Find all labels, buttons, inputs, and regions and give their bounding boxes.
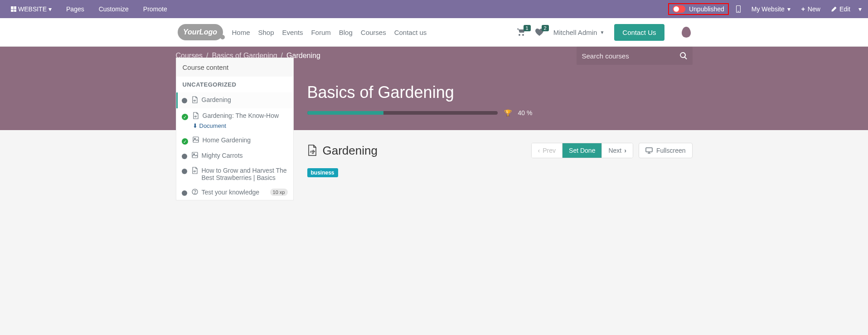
website-label: WEBSITE xyxy=(18,5,47,13)
admin-bar: WEBSITE ▾ Pages Customize Promote Unpubl… xyxy=(0,0,868,18)
user-menu[interactable]: Mitchell Admin ▼ xyxy=(553,29,605,36)
wishlist-button[interactable]: 2 xyxy=(535,29,543,36)
trophy-icon: 🏆 xyxy=(504,109,512,117)
download-icon: ⬇ xyxy=(193,122,198,129)
chevron-left-icon: ‹ xyxy=(538,147,540,154)
publish-label: Unpublished xyxy=(689,5,724,13)
progress-row: 🏆 40 % xyxy=(307,109,693,117)
pages-link[interactable]: Pages xyxy=(59,5,92,13)
sidebar-item-label: How to Grow and Harvest The Best Strawbe… xyxy=(202,167,288,181)
caret-down-icon: ▾ xyxy=(48,5,52,13)
sidebar-item-label: Gardening: The Know-How xyxy=(203,112,279,119)
customize-link[interactable]: Customize xyxy=(92,5,136,13)
caret-down-icon: ▼ xyxy=(600,30,604,35)
lesson-title: Gardening xyxy=(307,144,378,158)
sidebar-item-label: Test your knowledge xyxy=(202,189,260,196)
nav-links: Home Shop Events Forum Blog Courses Cont… xyxy=(232,29,427,36)
svg-rect-4 xyxy=(192,152,198,158)
pdf-icon xyxy=(307,145,317,156)
item-type-icon xyxy=(193,112,199,121)
sidebar-item[interactable]: ✓Gardening: The Know-How⬇Document xyxy=(176,108,293,133)
item-type-icon xyxy=(193,136,199,144)
nav-blog[interactable]: Blog xyxy=(339,29,353,36)
sidebar-header: Course content xyxy=(176,58,293,77)
content-wrap: Course content UNCATEGORIZED Gardening✓G… xyxy=(176,130,693,200)
item-type-icon xyxy=(192,152,198,160)
grid-icon xyxy=(11,6,16,12)
mobile-preview[interactable] xyxy=(731,0,746,18)
nav-events[interactable]: Events xyxy=(282,29,303,36)
logo[interactable]: YourLogo xyxy=(178,24,223,40)
publish-toggle[interactable]: Unpublished xyxy=(668,3,729,15)
main-content: Gardening ‹ Prev Set Done Next › Ful xyxy=(294,130,693,177)
course-title: Basics of Gardening xyxy=(307,83,693,102)
nav-forum[interactable]: Forum xyxy=(311,29,330,36)
next-button[interactable]: Next › xyxy=(602,143,632,158)
status-check-icon: ✓ xyxy=(182,114,188,120)
sidebar-item[interactable]: ✓Home Gardening xyxy=(176,133,293,148)
status-check-icon: ✓ xyxy=(182,138,188,145)
xp-badge: 10 xp xyxy=(270,189,288,196)
nav-button-group: ‹ Prev Set Done Next › xyxy=(531,143,633,158)
course-sidebar: Course content UNCATEGORIZED Gardening✓G… xyxy=(176,58,294,200)
cart-count: 1 xyxy=(524,25,531,31)
status-dot-icon xyxy=(182,169,187,174)
sidebar-item[interactable]: Test your knowledge10 xp xyxy=(176,185,293,200)
website-menu[interactable]: WEBSITE ▾ xyxy=(4,5,59,13)
status-dot-icon xyxy=(182,98,187,103)
fullscreen-button[interactable]: Fullscreen xyxy=(639,143,693,158)
svg-rect-2 xyxy=(193,137,199,142)
search-wrap xyxy=(577,47,693,65)
caret-down-icon: ▾ xyxy=(787,5,790,13)
status-dot-icon xyxy=(182,190,187,196)
contact-us-button[interactable]: Contact Us xyxy=(614,24,664,41)
pencil-icon xyxy=(831,6,837,12)
mobile-icon xyxy=(736,5,741,13)
tag-business[interactable]: business xyxy=(307,168,338,177)
svg-point-7 xyxy=(194,193,195,194)
search-icon[interactable] xyxy=(680,52,687,59)
sidebar-item[interactable]: Gardening xyxy=(176,92,293,108)
desktop-icon xyxy=(645,147,653,154)
search-input[interactable] xyxy=(582,52,680,60)
sidebar-item[interactable]: How to Grow and Harvest The Best Strawbe… xyxy=(176,163,293,185)
caret-down-icon: ▾ xyxy=(858,5,862,13)
sidebar-item[interactable]: Mighty Carrots xyxy=(176,148,293,163)
item-type-icon xyxy=(192,96,198,105)
sidebar-category: UNCATEGORIZED xyxy=(176,77,293,92)
plus-icon: + xyxy=(801,5,805,13)
nav-shop[interactable]: Shop xyxy=(258,29,274,36)
sidebar-item-label: Gardening xyxy=(202,96,231,103)
toggle-switch-icon xyxy=(673,5,685,13)
item-type-icon xyxy=(192,189,198,196)
wishlist-count: 2 xyxy=(542,25,549,31)
edit-button[interactable]: Edit xyxy=(826,0,856,18)
progress-percent: 40 % xyxy=(518,109,533,117)
user-label: Mitchell Admin xyxy=(553,29,597,36)
main-nav: YourLogo Home Shop Events Forum Blog Cou… xyxy=(0,18,868,47)
new-button[interactable]: + New xyxy=(796,0,826,18)
promote-link[interactable]: Promote xyxy=(136,5,175,13)
paint-drop-icon[interactable] xyxy=(682,27,691,38)
item-type-icon xyxy=(192,167,198,175)
status-dot-icon xyxy=(182,154,187,159)
nav-contact[interactable]: Contact us xyxy=(394,29,427,36)
chevron-right-icon: › xyxy=(624,147,626,154)
more-menu[interactable]: ▾ xyxy=(856,0,864,18)
sidebar-item-label: Home Gardening xyxy=(203,136,251,144)
set-done-button[interactable]: Set Done xyxy=(563,143,602,158)
nav-home[interactable]: Home xyxy=(232,29,250,36)
svg-rect-8 xyxy=(646,148,652,152)
progress-bar xyxy=(307,111,498,115)
prev-button[interactable]: ‹ Prev xyxy=(532,143,563,158)
hero-section: Courses / Basics of Gardening / Gardenin… xyxy=(0,47,868,130)
cart-button[interactable]: 1 xyxy=(517,29,525,36)
document-link[interactable]: ⬇Document xyxy=(193,122,288,129)
nav-courses[interactable]: Courses xyxy=(361,29,386,36)
my-website-menu[interactable]: My Website ▾ xyxy=(746,0,796,18)
sidebar-item-label: Mighty Carrots xyxy=(202,152,243,159)
